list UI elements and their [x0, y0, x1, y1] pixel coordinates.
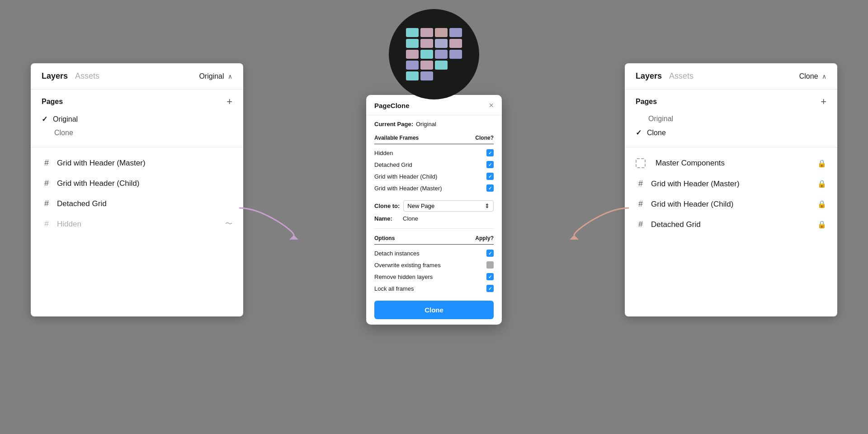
right-pages-label: Pages	[636, 98, 657, 106]
clone-to-label: Clone to:	[374, 203, 400, 209]
option-lock-checkbox[interactable]	[486, 285, 494, 292]
right-layer-detached[interactable]: # Detached Grid 🔒	[625, 214, 837, 235]
option-overwrite-checkbox[interactable]	[486, 261, 494, 269]
right-layer-label-2: Grid with Header (Child)	[651, 200, 733, 209]
option-overwrite-label: Overwrite existing frames	[374, 262, 441, 269]
logo-grid	[406, 28, 462, 80]
option-lock: Lock all frames	[374, 283, 494, 294]
option-detach: Detach instances	[374, 247, 494, 259]
right-hash-icon-3: #	[636, 220, 646, 229]
right-panel-header: Layers Assets Clone ∧	[625, 63, 837, 90]
left-page-name: Original ∧	[199, 72, 232, 80]
left-layers-list: # Grid with Header (Master) # Grid with …	[31, 147, 243, 240]
frame-checkbox-grid-child[interactable]	[486, 173, 494, 180]
option-lock-label: Lock all frames	[374, 285, 414, 292]
left-layers-title: Layers	[42, 71, 68, 81]
left-layer-label-1: Grid with Header (Master)	[57, 159, 146, 168]
logo-tile	[420, 71, 433, 80]
logo-circle	[389, 9, 479, 99]
left-page-clone[interactable]: Clone	[42, 126, 232, 140]
modal-close-button[interactable]: ×	[489, 101, 494, 109]
clone-to-value: New Page	[407, 203, 434, 209]
clone-to-select[interactable]: New Page ⇕	[403, 200, 494, 212]
logo-tile	[449, 61, 462, 70]
left-pages-header: Pages +	[42, 97, 232, 107]
left-layer-grid-master[interactable]: # Grid with Header (Master)	[31, 153, 243, 173]
left-chevron-icon: ∧	[228, 73, 232, 80]
right-layer-grid-child[interactable]: # Grid with Header (Child) 🔒	[625, 194, 837, 214]
logo-tile	[435, 28, 448, 37]
svg-marker-0	[289, 235, 298, 240]
frame-name-hidden: Hidden	[374, 150, 393, 156]
left-layer-detached[interactable]: # Detached Grid	[31, 193, 243, 214]
svg-marker-1	[570, 235, 579, 240]
right-pages-section: Pages + Original ✓ Clone	[625, 90, 837, 147]
logo-tile	[406, 50, 419, 59]
left-page-clone-label: Clone	[54, 129, 73, 137]
left-assets-title: Assets	[75, 71, 99, 81]
left-layer-hidden[interactable]: # Hidden 〜	[31, 214, 243, 234]
lock-icon-mc: 🔒	[817, 159, 826, 168]
right-layer-label-mc: Master Components	[656, 159, 725, 168]
left-page-original-label: Original	[53, 115, 78, 123]
left-layer-label-3: Detached Grid	[57, 199, 107, 208]
left-page-original[interactable]: ✓ Original	[42, 112, 232, 126]
option-overwrite: Overwrite existing frames	[374, 259, 494, 271]
frame-row-detached: Detached Grid	[374, 159, 494, 170]
right-layers-list: Master Components 🔒 # Grid with Header (…	[625, 147, 837, 240]
right-page-original[interactable]: Original	[636, 112, 826, 126]
hash-icon-4: #	[42, 219, 52, 229]
logo-tile	[406, 28, 419, 37]
select-arrow-icon: ⇕	[485, 203, 490, 209]
right-layer-label-3: Detached Grid	[651, 220, 701, 229]
lock-icon-1: 🔒	[817, 179, 826, 188]
right-hash-icon-1: #	[636, 179, 646, 189]
frame-checkbox-grid-master[interactable]	[486, 184, 494, 192]
right-panel: Layers Assets Clone ∧ Pages + Original ✓…	[625, 63, 837, 316]
main-container: Layers Assets Original ∧ Pages + ✓ Origi…	[0, 0, 868, 434]
left-layer-grid-child[interactable]: # Grid with Header (Child)	[31, 173, 243, 193]
left-checkmark-original: ✓	[42, 115, 47, 123]
frame-name-grid-child: Grid with Header (Child)	[374, 173, 437, 180]
right-page-clone[interactable]: ✓ Clone	[636, 126, 826, 140]
right-page-value: Clone	[799, 72, 818, 80]
right-page-clone-label: Clone	[647, 129, 666, 137]
logo-tile	[406, 71, 419, 80]
frame-checkbox-hidden[interactable]	[486, 149, 494, 156]
options-header: Options Apply?	[374, 233, 494, 245]
hash-icon-1: #	[42, 158, 52, 168]
right-checkmark-clone: ✓	[636, 128, 642, 137]
modal-title: PageClone	[374, 102, 410, 109]
logo-tile	[435, 71, 448, 80]
frames-table: Available Frames Clone? Hidden Detached …	[374, 133, 494, 194]
left-arrow	[235, 203, 298, 241]
logo-tile	[420, 39, 433, 48]
logo-tile	[449, 71, 462, 80]
right-layer-grid-master[interactable]: # Grid with Header (Master) 🔒	[625, 174, 837, 194]
clone-header-label: Clone?	[475, 135, 494, 141]
divider	[374, 228, 494, 229]
apply-label: Apply?	[475, 235, 494, 241]
eye-slash-icon: 〜	[225, 219, 232, 229]
frame-row-grid-child: Grid with Header (Child)	[374, 170, 494, 182]
right-page-original-label: Original	[648, 115, 673, 123]
frame-checkbox-detached[interactable]	[486, 161, 494, 168]
right-hash-icon-2: #	[636, 199, 646, 209]
right-chevron-icon: ∧	[822, 73, 826, 80]
option-detach-checkbox[interactable]	[486, 250, 494, 257]
left-add-page-button[interactable]: +	[226, 97, 232, 107]
right-layer-master-components[interactable]: Master Components 🔒	[625, 153, 837, 174]
left-panel: Layers Assets Original ∧ Pages + ✓ Origi…	[31, 63, 243, 316]
frame-name-grid-master: Grid with Header (Master)	[374, 185, 442, 192]
frames-table-header: Available Frames Clone?	[374, 133, 494, 144]
option-remove-hidden-checkbox[interactable]	[486, 273, 494, 280]
current-page-label: Current Page:	[374, 121, 413, 127]
logo-tile	[449, 28, 462, 37]
logo-tile	[449, 39, 462, 48]
clone-button[interactable]: Clone	[374, 301, 494, 319]
logo-tile	[420, 61, 433, 70]
frame-name-detached: Detached Grid	[374, 161, 412, 168]
right-add-page-button[interactable]: +	[821, 97, 826, 107]
name-row: Name: Clone	[374, 215, 494, 222]
options-label: Options	[374, 235, 395, 241]
